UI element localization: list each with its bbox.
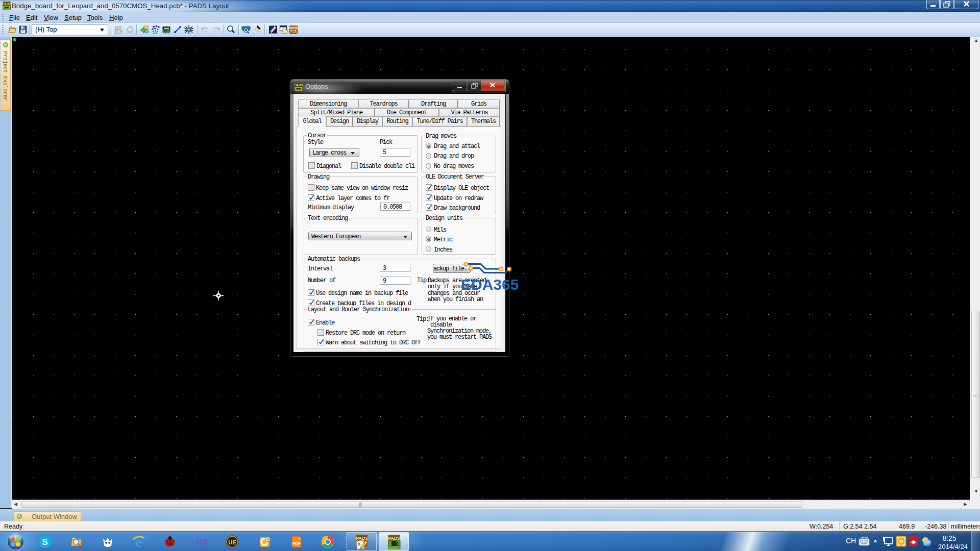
svg-text:PADS: PADS: [3, 2, 11, 6]
svg-text:PADS: PADS: [289, 27, 298, 30]
svg-text:PADS: PADS: [388, 536, 400, 541]
svg-text:S: S: [42, 537, 47, 547]
svg-text:∞: ∞: [196, 535, 208, 549]
svg-text:PADS: PADS: [295, 83, 303, 87]
svg-text:UE: UE: [228, 539, 236, 545]
svg-text:PADS: PADS: [356, 536, 368, 541]
svg-text:PDF: PDF: [292, 541, 301, 546]
